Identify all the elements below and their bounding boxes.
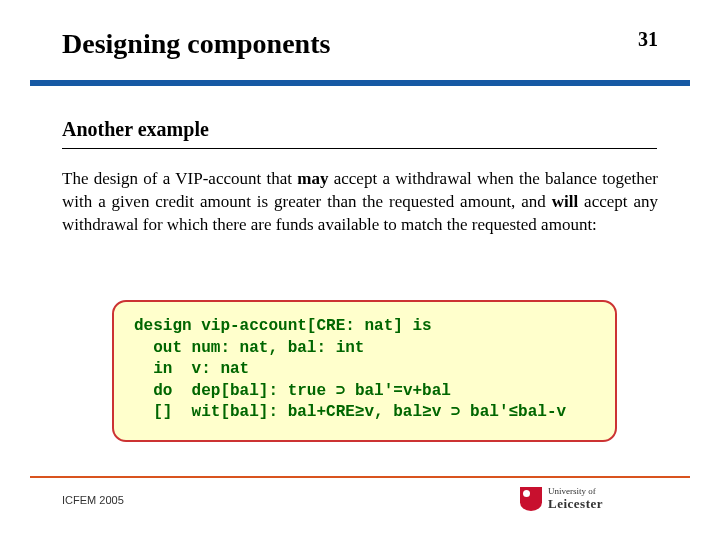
logo-bottom: Leicester (548, 497, 603, 511)
code-block: design vip-account[CRE: nat] is out num:… (134, 316, 595, 424)
logo-text: University of Leicester (548, 487, 603, 510)
code-l5a: [] wit[bal]: bal+CRE≥v, bal≥v (134, 403, 451, 421)
shield-icon (520, 487, 542, 511)
code-l4b: bal'=v+bal (345, 382, 451, 400)
university-logo: University of Leicester (520, 486, 670, 512)
arrow-icon: ⊃ (336, 382, 346, 400)
body-text: The design of a VIP-account that may acc… (62, 168, 658, 237)
arrow-icon: ⊃ (451, 403, 461, 421)
body-will: will (552, 192, 578, 211)
code-l1: design vip-account[CRE: nat] is (134, 317, 432, 335)
title-rule (30, 80, 690, 86)
subheading: Another example (62, 118, 209, 141)
code-l5b: bal'≤bal-v (461, 403, 567, 421)
page-title: Designing components (62, 28, 330, 59)
code-l2: out num: nat, bal: int (134, 339, 364, 357)
body-may: may (297, 169, 328, 188)
code-l4a: do dep[bal]: true (134, 382, 336, 400)
footer-rule (30, 476, 690, 478)
body-pre: The design of a VIP-account that (62, 169, 297, 188)
header: Designing components (62, 28, 658, 60)
slide: Designing components 31 Another example … (0, 0, 720, 540)
code-l3: in v: nat (134, 360, 249, 378)
subheading-underline (62, 148, 657, 149)
code-box: design vip-account[CRE: nat] is out num:… (112, 300, 617, 442)
page-number: 31 (638, 28, 658, 51)
footer-left: ICFEM 2005 (62, 494, 124, 506)
